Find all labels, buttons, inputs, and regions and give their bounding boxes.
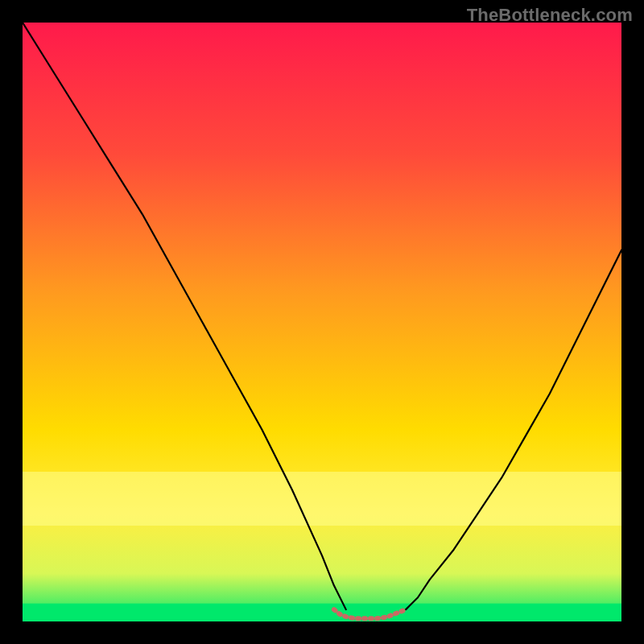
green-strip <box>23 604 621 621</box>
watermark-text: TheBottleneck.com <box>467 5 633 26</box>
bottleneck-chart <box>23 23 621 621</box>
overlay-band <box>23 472 621 526</box>
chart-frame: TheBottleneck.com <box>0 0 644 644</box>
gradient-background <box>23 23 621 621</box>
